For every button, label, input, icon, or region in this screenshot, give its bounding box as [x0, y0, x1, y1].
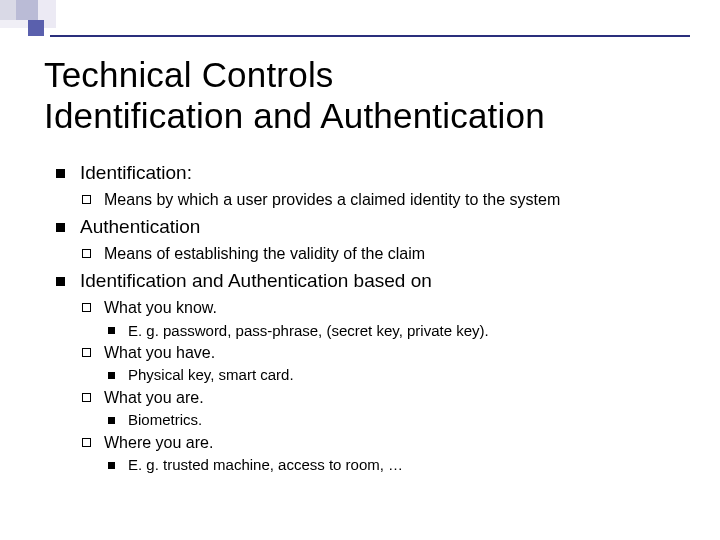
list-item: E. g. password, pass-phrase, (secret key… [56, 321, 690, 341]
slide-title: Technical Controls Identification and Au… [44, 54, 690, 137]
square-bullet-icon [108, 462, 115, 469]
slide: Technical Controls Identification and Au… [0, 0, 720, 540]
decorative-block [0, 20, 28, 28]
list-item: E. g. trusted machine, access to room, … [56, 455, 690, 475]
list-item: What you are. [56, 387, 690, 408]
list-item: Identification: [56, 160, 690, 185]
item-text: Where you are. [104, 434, 213, 451]
square-bullet-icon [108, 372, 115, 379]
title-underline [50, 35, 690, 37]
list-item: What you have. [56, 342, 690, 363]
title-line-2: Identification and Authentication [44, 96, 545, 135]
list-item: Authentication [56, 214, 690, 239]
list-item: Biometrics. [56, 410, 690, 430]
square-bullet-icon [108, 417, 115, 424]
open-square-bullet-icon [82, 438, 91, 447]
list-item: What you know. [56, 297, 690, 318]
decorative-block [16, 0, 38, 20]
decorative-block [0, 0, 16, 20]
item-text: What you know. [104, 299, 217, 316]
item-text: Physical key, smart card. [128, 366, 294, 383]
item-text: Means by which a user provides a claimed… [104, 191, 560, 208]
list-item: Physical key, smart card. [56, 365, 690, 385]
decorative-block [38, 0, 56, 20]
square-bullet-icon [56, 223, 65, 232]
open-square-bullet-icon [82, 249, 91, 258]
list-item: Where you are. [56, 432, 690, 453]
item-text: Biometrics. [128, 411, 202, 428]
item-text: What you are. [104, 389, 204, 406]
title-line-1: Technical Controls [44, 55, 334, 94]
list-item: Identification and Authentication based … [56, 268, 690, 293]
decorative-block [44, 20, 56, 28]
list-item: Means by which a user provides a claimed… [56, 189, 690, 210]
item-text: E. g. password, pass-phrase, (secret key… [128, 322, 489, 339]
square-bullet-icon [56, 169, 65, 178]
item-text: E. g. trusted machine, access to room, … [128, 456, 403, 473]
item-text: What you have. [104, 344, 215, 361]
square-bullet-icon [56, 277, 65, 286]
open-square-bullet-icon [82, 195, 91, 204]
list-item: Means of establishing the validity of th… [56, 243, 690, 264]
open-square-bullet-icon [82, 348, 91, 357]
item-text: Authentication [80, 216, 200, 237]
item-text: Means of establishing the validity of th… [104, 245, 425, 262]
open-square-bullet-icon [82, 303, 91, 312]
item-text: Identification and Authentication based … [80, 270, 432, 291]
slide-body: Identification: Means by which a user pr… [56, 156, 690, 477]
decorative-block [28, 20, 44, 36]
open-square-bullet-icon [82, 393, 91, 402]
item-text: Identification: [80, 162, 192, 183]
square-bullet-icon [108, 327, 115, 334]
